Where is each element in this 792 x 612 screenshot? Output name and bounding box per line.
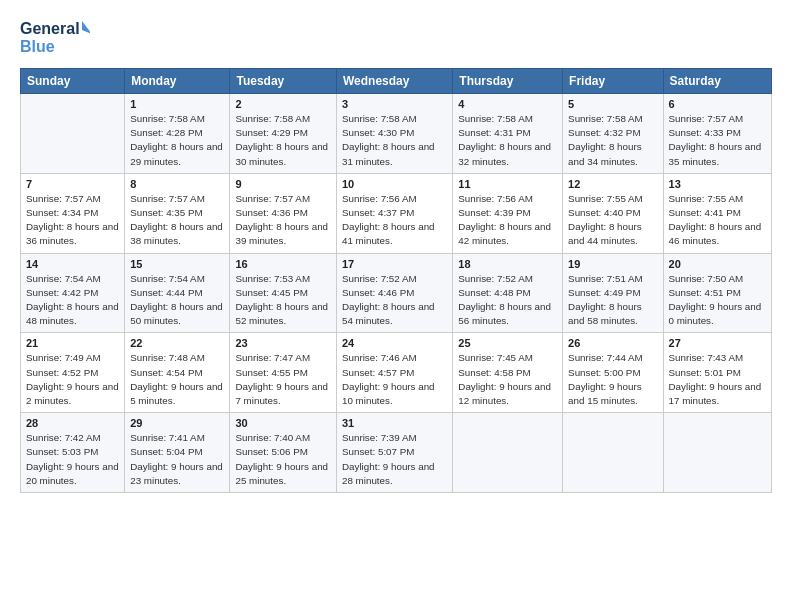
day-cell: 1Sunrise: 7:58 AMSunset: 4:28 PMDaylight… bbox=[125, 94, 230, 174]
day-number: 27 bbox=[669, 337, 766, 349]
week-row-3: 21Sunrise: 7:49 AMSunset: 4:52 PMDayligh… bbox=[21, 333, 772, 413]
day-cell: 3Sunrise: 7:58 AMSunset: 4:30 PMDaylight… bbox=[336, 94, 452, 174]
day-number: 29 bbox=[130, 417, 224, 429]
header-cell-monday: Monday bbox=[125, 69, 230, 94]
day-cell bbox=[663, 413, 771, 493]
day-number: 1 bbox=[130, 98, 224, 110]
day-number: 24 bbox=[342, 337, 447, 349]
day-number: 4 bbox=[458, 98, 557, 110]
calendar-page: General Blue SundayMondayTuesdayWednesda… bbox=[0, 0, 792, 612]
day-number: 18 bbox=[458, 258, 557, 270]
day-cell: 5Sunrise: 7:58 AMSunset: 4:32 PMDaylight… bbox=[563, 94, 663, 174]
day-cell: 31Sunrise: 7:39 AMSunset: 5:07 PMDayligh… bbox=[336, 413, 452, 493]
day-detail: Sunrise: 7:46 AMSunset: 4:57 PMDaylight:… bbox=[342, 351, 447, 408]
day-detail: Sunrise: 7:58 AMSunset: 4:30 PMDaylight:… bbox=[342, 112, 447, 169]
day-cell: 18Sunrise: 7:52 AMSunset: 4:48 PMDayligh… bbox=[453, 253, 563, 333]
day-cell: 13Sunrise: 7:55 AMSunset: 4:41 PMDayligh… bbox=[663, 173, 771, 253]
day-detail: Sunrise: 7:56 AMSunset: 4:39 PMDaylight:… bbox=[458, 192, 557, 249]
day-number: 16 bbox=[235, 258, 331, 270]
day-cell: 19Sunrise: 7:51 AMSunset: 4:49 PMDayligh… bbox=[563, 253, 663, 333]
day-cell: 26Sunrise: 7:44 AMSunset: 5:00 PMDayligh… bbox=[563, 333, 663, 413]
day-cell: 2Sunrise: 7:58 AMSunset: 4:29 PMDaylight… bbox=[230, 94, 337, 174]
day-number: 3 bbox=[342, 98, 447, 110]
day-number: 20 bbox=[669, 258, 766, 270]
week-row-1: 7Sunrise: 7:57 AMSunset: 4:34 PMDaylight… bbox=[21, 173, 772, 253]
week-row-4: 28Sunrise: 7:42 AMSunset: 5:03 PMDayligh… bbox=[21, 413, 772, 493]
header-cell-thursday: Thursday bbox=[453, 69, 563, 94]
day-cell: 15Sunrise: 7:54 AMSunset: 4:44 PMDayligh… bbox=[125, 253, 230, 333]
day-cell: 4Sunrise: 7:58 AMSunset: 4:31 PMDaylight… bbox=[453, 94, 563, 174]
day-cell: 7Sunrise: 7:57 AMSunset: 4:34 PMDaylight… bbox=[21, 173, 125, 253]
day-detail: Sunrise: 7:54 AMSunset: 4:44 PMDaylight:… bbox=[130, 272, 224, 329]
day-number: 10 bbox=[342, 178, 447, 190]
day-number: 14 bbox=[26, 258, 119, 270]
day-cell: 28Sunrise: 7:42 AMSunset: 5:03 PMDayligh… bbox=[21, 413, 125, 493]
day-number: 6 bbox=[669, 98, 766, 110]
day-detail: Sunrise: 7:43 AMSunset: 5:01 PMDaylight:… bbox=[669, 351, 766, 408]
day-detail: Sunrise: 7:58 AMSunset: 4:31 PMDaylight:… bbox=[458, 112, 557, 169]
day-detail: Sunrise: 7:40 AMSunset: 5:06 PMDaylight:… bbox=[235, 431, 331, 488]
day-detail: Sunrise: 7:52 AMSunset: 4:46 PMDaylight:… bbox=[342, 272, 447, 329]
day-cell: 6Sunrise: 7:57 AMSunset: 4:33 PMDaylight… bbox=[663, 94, 771, 174]
day-cell bbox=[563, 413, 663, 493]
header-cell-tuesday: Tuesday bbox=[230, 69, 337, 94]
day-number: 21 bbox=[26, 337, 119, 349]
day-detail: Sunrise: 7:54 AMSunset: 4:42 PMDaylight:… bbox=[26, 272, 119, 329]
day-number: 13 bbox=[669, 178, 766, 190]
day-cell: 11Sunrise: 7:56 AMSunset: 4:39 PMDayligh… bbox=[453, 173, 563, 253]
day-detail: Sunrise: 7:58 AMSunset: 4:28 PMDaylight:… bbox=[130, 112, 224, 169]
day-detail: Sunrise: 7:48 AMSunset: 4:54 PMDaylight:… bbox=[130, 351, 224, 408]
svg-text:Blue: Blue bbox=[20, 38, 55, 55]
day-cell: 29Sunrise: 7:41 AMSunset: 5:04 PMDayligh… bbox=[125, 413, 230, 493]
day-number: 30 bbox=[235, 417, 331, 429]
day-number: 11 bbox=[458, 178, 557, 190]
day-number: 5 bbox=[568, 98, 657, 110]
day-cell: 25Sunrise: 7:45 AMSunset: 4:58 PMDayligh… bbox=[453, 333, 563, 413]
day-number: 2 bbox=[235, 98, 331, 110]
svg-text:General: General bbox=[20, 20, 80, 37]
day-cell bbox=[453, 413, 563, 493]
day-number: 22 bbox=[130, 337, 224, 349]
day-cell: 30Sunrise: 7:40 AMSunset: 5:06 PMDayligh… bbox=[230, 413, 337, 493]
day-cell: 16Sunrise: 7:53 AMSunset: 4:45 PMDayligh… bbox=[230, 253, 337, 333]
day-number: 31 bbox=[342, 417, 447, 429]
day-detail: Sunrise: 7:41 AMSunset: 5:04 PMDaylight:… bbox=[130, 431, 224, 488]
header-cell-saturday: Saturday bbox=[663, 69, 771, 94]
day-detail: Sunrise: 7:53 AMSunset: 4:45 PMDaylight:… bbox=[235, 272, 331, 329]
day-cell: 12Sunrise: 7:55 AMSunset: 4:40 PMDayligh… bbox=[563, 173, 663, 253]
header-cell-wednesday: Wednesday bbox=[336, 69, 452, 94]
logo: General Blue bbox=[20, 16, 90, 58]
day-detail: Sunrise: 7:57 AMSunset: 4:35 PMDaylight:… bbox=[130, 192, 224, 249]
svg-marker-2 bbox=[82, 21, 90, 34]
day-number: 19 bbox=[568, 258, 657, 270]
day-detail: Sunrise: 7:47 AMSunset: 4:55 PMDaylight:… bbox=[235, 351, 331, 408]
day-detail: Sunrise: 7:49 AMSunset: 4:52 PMDaylight:… bbox=[26, 351, 119, 408]
day-cell: 20Sunrise: 7:50 AMSunset: 4:51 PMDayligh… bbox=[663, 253, 771, 333]
day-number: 8 bbox=[130, 178, 224, 190]
day-detail: Sunrise: 7:58 AMSunset: 4:29 PMDaylight:… bbox=[235, 112, 331, 169]
day-detail: Sunrise: 7:39 AMSunset: 5:07 PMDaylight:… bbox=[342, 431, 447, 488]
day-number: 12 bbox=[568, 178, 657, 190]
day-cell: 24Sunrise: 7:46 AMSunset: 4:57 PMDayligh… bbox=[336, 333, 452, 413]
day-number: 28 bbox=[26, 417, 119, 429]
day-cell: 17Sunrise: 7:52 AMSunset: 4:46 PMDayligh… bbox=[336, 253, 452, 333]
day-detail: Sunrise: 7:51 AMSunset: 4:49 PMDaylight:… bbox=[568, 272, 657, 329]
header-row: SundayMondayTuesdayWednesdayThursdayFrid… bbox=[21, 69, 772, 94]
day-cell: 10Sunrise: 7:56 AMSunset: 4:37 PMDayligh… bbox=[336, 173, 452, 253]
day-number: 15 bbox=[130, 258, 224, 270]
day-cell bbox=[21, 94, 125, 174]
day-cell: 23Sunrise: 7:47 AMSunset: 4:55 PMDayligh… bbox=[230, 333, 337, 413]
header-cell-sunday: Sunday bbox=[21, 69, 125, 94]
day-detail: Sunrise: 7:45 AMSunset: 4:58 PMDaylight:… bbox=[458, 351, 557, 408]
day-cell: 14Sunrise: 7:54 AMSunset: 4:42 PMDayligh… bbox=[21, 253, 125, 333]
day-cell: 27Sunrise: 7:43 AMSunset: 5:01 PMDayligh… bbox=[663, 333, 771, 413]
day-cell: 21Sunrise: 7:49 AMSunset: 4:52 PMDayligh… bbox=[21, 333, 125, 413]
day-detail: Sunrise: 7:55 AMSunset: 4:41 PMDaylight:… bbox=[669, 192, 766, 249]
day-number: 17 bbox=[342, 258, 447, 270]
day-detail: Sunrise: 7:44 AMSunset: 5:00 PMDaylight:… bbox=[568, 351, 657, 408]
day-detail: Sunrise: 7:50 AMSunset: 4:51 PMDaylight:… bbox=[669, 272, 766, 329]
calendar-table: SundayMondayTuesdayWednesdayThursdayFrid… bbox=[20, 68, 772, 493]
header: General Blue bbox=[20, 16, 772, 58]
day-cell: 9Sunrise: 7:57 AMSunset: 4:36 PMDaylight… bbox=[230, 173, 337, 253]
day-number: 25 bbox=[458, 337, 557, 349]
